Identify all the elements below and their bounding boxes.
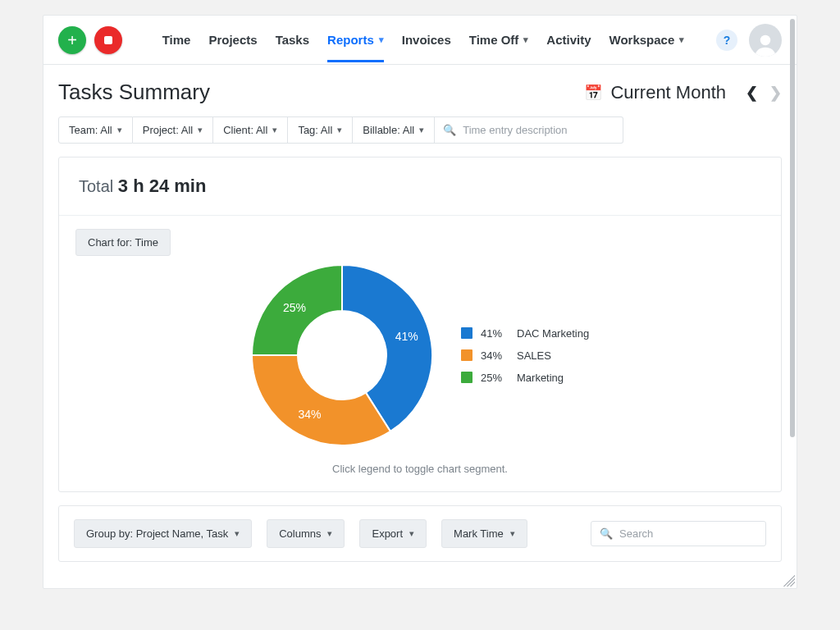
legend-item[interactable]: 25%Marketing [461, 372, 592, 384]
export-button[interactable]: Export ▾ [359, 519, 427, 548]
total-value: 3 h 24 min [118, 176, 207, 196]
help-button[interactable]: ? [716, 30, 737, 51]
avatar[interactable] [749, 24, 782, 57]
user-icon [753, 32, 778, 57]
legend-item[interactable]: 34%SALES [461, 349, 592, 362]
mark-time-label: Mark Time [454, 527, 504, 540]
filter-project[interactable]: Project: All ▾ [133, 116, 213, 144]
next-period-button[interactable]: ❯ [769, 84, 782, 102]
legend-pct: 41% [481, 327, 509, 340]
plus-icon: + [67, 32, 77, 48]
nav-activity[interactable]: Activity [546, 33, 591, 47]
nav-time-off[interactable]: Time Off▾ [469, 33, 529, 47]
scrollbar[interactable] [790, 19, 795, 437]
stop-icon [104, 36, 112, 44]
search-icon: 🔍 [600, 527, 613, 540]
chevron-down-icon: ▾ [337, 125, 342, 135]
add-button[interactable]: + [58, 26, 86, 54]
filter-tag[interactable]: Tag: All ▾ [288, 116, 353, 144]
prev-period-button[interactable]: ❮ [746, 84, 758, 102]
legend-swatch [461, 327, 472, 339]
search-icon: 🔍 [443, 124, 456, 136]
filter-billable[interactable]: Billable: All ▾ [353, 116, 435, 144]
date-range-label[interactable]: Current Month [610, 82, 726, 103]
nav-label: Time [162, 33, 191, 47]
group-by-label: Group by: Project Name, Task [86, 527, 228, 540]
chart-toggle-label: Chart for: Time [88, 236, 158, 249]
nav-projects[interactable]: Projects [208, 33, 257, 47]
calendar-icon: 📅 [584, 84, 602, 102]
nav-label: Projects [208, 33, 257, 47]
nav-tasks[interactable]: Tasks [276, 33, 309, 47]
stop-timer-button[interactable] [94, 26, 122, 54]
donut-chart: 41%34%25% [248, 261, 436, 450]
table-search[interactable]: 🔍 [591, 521, 766, 546]
columns-button[interactable]: Columns ▾ [267, 519, 345, 548]
filter-client-label: Client: All [223, 124, 267, 136]
nav-label: Tasks [276, 33, 309, 47]
slice-label: 34% [298, 408, 321, 421]
filter-billable-label: Billable: All [363, 124, 414, 136]
mark-time-button[interactable]: Mark Time ▾ [441, 519, 527, 548]
table-search-input[interactable] [619, 527, 757, 540]
nav-label: Activity [546, 33, 591, 47]
filter-client[interactable]: Client: All ▾ [213, 116, 288, 144]
chevron-down-icon: ▾ [523, 34, 528, 45]
nav-label: Workspace [609, 33, 675, 47]
legend-swatch [461, 372, 472, 383]
legend-swatch [461, 349, 472, 361]
nav-time[interactable]: Time [162, 33, 191, 47]
chevron-down-icon: ▾ [235, 528, 240, 539]
slice-label: 41% [395, 330, 418, 343]
resize-grip-icon[interactable] [783, 575, 795, 587]
filter-team[interactable]: Team: All ▾ [58, 116, 133, 144]
search-input[interactable] [463, 124, 614, 136]
filter-tag-label: Tag: All [298, 124, 332, 136]
total-row: Total 3 h 24 min [59, 158, 781, 216]
slice-label: 25% [283, 301, 306, 314]
nav-label: Reports [327, 33, 374, 47]
nav-reports[interactable]: Reports▾ [327, 33, 384, 62]
chart-toggle[interactable]: Chart for: Time [75, 229, 171, 256]
group-by-button[interactable]: Group by: Project Name, Task ▾ [74, 519, 252, 548]
chart-note: Click legend to toggle chart segment. [75, 463, 765, 475]
chevron-down-icon: ▾ [510, 528, 515, 539]
chevron-down-icon: ▾ [327, 528, 332, 539]
legend-name: Marketing [517, 372, 564, 384]
svg-point-0 [760, 34, 771, 45]
nav-label: Time Off [469, 33, 519, 47]
nav-workspace[interactable]: Workspace▾ [609, 33, 685, 47]
chevron-down-icon: ▾ [409, 528, 414, 539]
columns-label: Columns [279, 527, 321, 540]
nav-invoices[interactable]: Invoices [402, 33, 451, 47]
legend-pct: 25% [481, 372, 509, 384]
legend-name: DAC Marketing [517, 327, 589, 340]
legend-name: SALES [517, 349, 551, 362]
chevron-down-icon: ▾ [198, 125, 203, 135]
legend-item[interactable]: 41%DAC Marketing [461, 327, 592, 340]
export-label: Export [372, 527, 403, 540]
chevron-down-icon: ▾ [117, 125, 122, 135]
chevron-down-icon: ▾ [419, 125, 424, 135]
legend-pct: 34% [481, 349, 509, 362]
chevron-down-icon: ▾ [379, 34, 384, 45]
chevron-down-icon: ▾ [272, 125, 277, 135]
filter-project-label: Project: All [143, 124, 193, 136]
filter-search[interactable]: 🔍 [435, 116, 623, 144]
total-label: Total [79, 177, 113, 195]
page-title: Tasks Summary [58, 80, 584, 105]
nav-label: Invoices [402, 33, 451, 47]
filter-team-label: Team: All [69, 124, 112, 136]
chevron-down-icon: ▾ [679, 34, 684, 45]
question-icon: ? [724, 34, 731, 47]
